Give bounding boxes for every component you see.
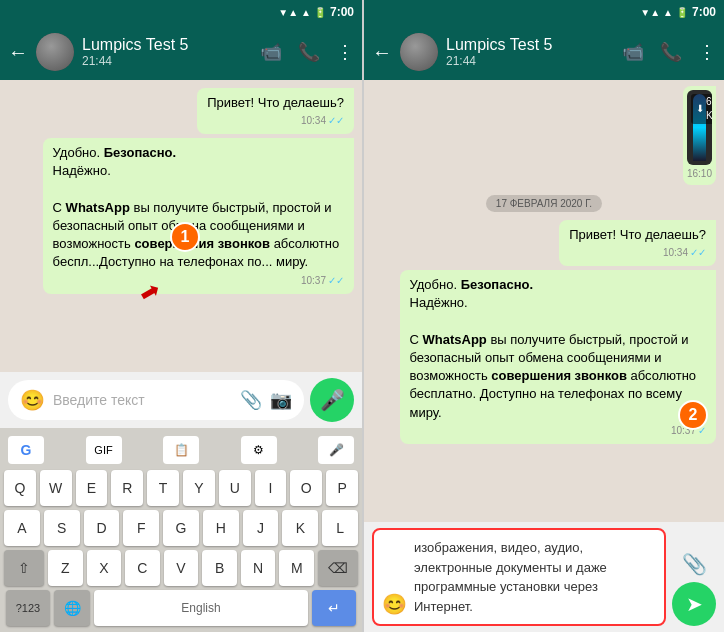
clipboard-key[interactable]: 📋	[163, 436, 199, 464]
header-icons-right: 📹 📞 ⋮	[622, 41, 716, 63]
kb-row-2: A S D F G H J K L	[4, 510, 358, 546]
avatar-left	[36, 33, 74, 71]
back-button-right[interactable]: ←	[372, 41, 392, 64]
send-button-right[interactable]: ➤	[672, 582, 716, 626]
camera-icon-left[interactable]: 📷	[270, 389, 292, 411]
keyboard-rows: Q W E R T Y U I O P A S D F G H J K L	[2, 470, 360, 626]
chat-header-left: ← Lumpics Test 5 21:44 📹 📞 ⋮	[0, 24, 362, 80]
status-icons-left: ▼▲ ▲ 🔋	[278, 7, 326, 18]
status-icons-right: ▼▲ ▲ 🔋	[640, 7, 688, 18]
key-v[interactable]: V	[164, 550, 199, 586]
date-divider-right: 17 ФЕВРАЛЯ 2020 Г.	[372, 189, 716, 216]
key-w[interactable]: W	[40, 470, 72, 506]
settings-key[interactable]: ⚙	[241, 436, 277, 464]
key-h[interactable]: H	[203, 510, 239, 546]
key-i[interactable]: I	[255, 470, 287, 506]
key-a[interactable]: A	[4, 510, 40, 546]
msg-text-2-right: Удобно. Безопасно.Надёжно.С WhatsApp вы …	[410, 277, 697, 419]
signal-icon-right: ▼▲	[640, 7, 660, 18]
key-123[interactable]: ?123	[6, 590, 50, 626]
header-info-right: Lumpics Test 5 21:44	[446, 36, 614, 68]
video-time: 16:10	[687, 167, 712, 181]
key-n[interactable]: N	[241, 550, 276, 586]
voice-key[interactable]: 🎤	[318, 436, 354, 464]
key-b[interactable]: B	[202, 550, 237, 586]
key-t[interactable]: T	[147, 470, 179, 506]
key-k[interactable]: K	[282, 510, 318, 546]
msg-text: Удобно. Безопасно.Надёжно.С WhatsApp вы …	[53, 145, 340, 269]
attach-icon-left[interactable]: 📎	[240, 389, 262, 411]
checkmark-icon: ✓✓	[328, 114, 344, 128]
checkmark-right-1: ✓✓	[690, 246, 706, 260]
key-s[interactable]: S	[44, 510, 80, 546]
date-badge: 17 ФЕВРАЛЯ 2020 Г.	[486, 195, 602, 212]
key-l[interactable]: L	[322, 510, 358, 546]
battery-icon-right: 🔋	[676, 7, 688, 18]
wifi-icon: ▲	[301, 7, 311, 18]
msg-time-2: 10:37 ✓✓	[53, 274, 344, 288]
left-panel: ▼▲ ▲ 🔋 7:00 ← Lumpics Test 5 21:44 📹 📞 ⋮…	[0, 0, 362, 632]
emoji-icon-left[interactable]: 😊	[20, 388, 45, 412]
back-button-left[interactable]: ←	[8, 41, 28, 64]
video-thumbnail: ⬇ 63 KB	[687, 90, 712, 165]
key-o[interactable]: O	[290, 470, 322, 506]
video-size-badge: ⬇ 63 KB	[691, 94, 712, 124]
video-call-icon-right[interactable]: 📹	[622, 41, 644, 63]
input-area-right: 😊 изображения, видео, аудио, электронные…	[364, 522, 724, 632]
message-sent-2-right: Удобно. Безопасно.Надёжно.С WhatsApp вы …	[400, 270, 716, 444]
key-globe[interactable]: 🌐	[54, 590, 90, 626]
key-f[interactable]: F	[123, 510, 159, 546]
input-box-left[interactable]: 😊 Введите текст 📎 📷	[8, 380, 304, 420]
keyboard-top-row: G GIF 📋 ⚙ 🎤	[2, 432, 360, 468]
call-icon-left[interactable]: 📞	[298, 41, 320, 63]
key-p[interactable]: P	[326, 470, 358, 506]
input-placeholder-left[interactable]: Введите текст	[53, 392, 232, 408]
contact-sub-right: 21:44	[446, 54, 614, 68]
more-icon-right[interactable]: ⋮	[698, 41, 716, 63]
emoji-icon-right[interactable]: 😊	[382, 592, 407, 616]
input-text-right[interactable]: изображения, видео, аудио, электронные д…	[386, 538, 652, 616]
wifi-icon-right: ▲	[663, 7, 673, 18]
key-g[interactable]: G	[163, 510, 199, 546]
key-backspace[interactable]: ⌫	[318, 550, 358, 586]
google-key[interactable]: G	[8, 436, 44, 464]
key-m[interactable]: M	[279, 550, 314, 586]
msg-time-2-right: 10:37 ✓	[410, 424, 706, 438]
chat-header-right: ← Lumpics Test 5 21:44 📹 📞 ⋮	[364, 24, 724, 80]
key-y[interactable]: Y	[183, 470, 215, 506]
message-sent-1-left: Привет! Что делаешь? 10:34 ✓✓	[197, 88, 354, 134]
key-e[interactable]: E	[76, 470, 108, 506]
key-r[interactable]: R	[111, 470, 143, 506]
header-icons-left: 📹 📞 ⋮	[260, 41, 354, 63]
key-space[interactable]: English	[94, 590, 308, 626]
call-icon-right[interactable]: 📞	[660, 41, 682, 63]
key-q[interactable]: Q	[4, 470, 36, 506]
key-u[interactable]: U	[219, 470, 251, 506]
more-icon-left[interactable]: ⋮	[336, 41, 354, 63]
key-j[interactable]: J	[243, 510, 279, 546]
key-z[interactable]: Z	[48, 550, 83, 586]
header-info-left: Lumpics Test 5 21:44	[82, 36, 252, 68]
input-area-left: 😊 Введите текст 📎 📷 🎤	[0, 372, 362, 428]
key-enter[interactable]: ↵	[312, 590, 356, 626]
gif-key[interactable]: GIF	[86, 436, 122, 464]
video-message-right: ⬇ 63 KB 16:10	[683, 86, 716, 185]
attach-icon-right[interactable]: 📎	[682, 552, 707, 576]
key-c[interactable]: C	[125, 550, 160, 586]
status-time-right: 7:00	[692, 5, 716, 19]
send-icon-right: ➤	[686, 592, 703, 616]
mic-button-left[interactable]: 🎤	[310, 378, 354, 422]
key-x[interactable]: X	[87, 550, 122, 586]
avatar-right	[400, 33, 438, 71]
annotation-badge-2: 2	[678, 400, 708, 430]
contact-sub-left: 21:44	[82, 54, 252, 68]
status-bar-right: ▼▲ ▲ 🔋 7:00	[364, 0, 724, 24]
contact-name-right: Lumpics Test 5	[446, 36, 614, 54]
kb-row-3: ⇧ Z X C V B N M ⌫	[4, 550, 358, 586]
key-d[interactable]: D	[84, 510, 120, 546]
download-icon: ⬇	[696, 102, 704, 116]
key-shift[interactable]: ⇧	[4, 550, 44, 586]
video-call-icon-left[interactable]: 📹	[260, 41, 282, 63]
input-box-right[interactable]: 😊 изображения, видео, аудио, электронные…	[372, 528, 666, 626]
battery-icon: 🔋	[314, 7, 326, 18]
